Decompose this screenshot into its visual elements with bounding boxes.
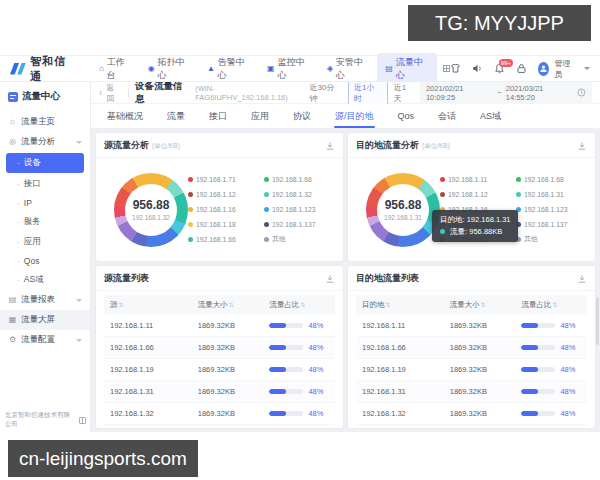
cell-ip: 192.168.1.11	[356, 315, 444, 337]
back-icon[interactable]: ‹	[99, 87, 102, 98]
main-area: ‹ 返回 设备流量信息 (WIN-FAG6IUPHV_192.168.1.16)…	[91, 82, 600, 433]
sort-icon[interactable]: ⇅	[229, 302, 234, 308]
progress-bar	[269, 389, 303, 394]
download-icon[interactable]	[577, 274, 587, 284]
time-option-1day[interactable]: 近1天	[394, 82, 414, 104]
legend-label: 192.168.1.11	[448, 176, 487, 183]
tab-application[interactable]: 应用	[239, 104, 281, 128]
legend-item[interactable]: 192.168.1.137	[516, 217, 592, 232]
time-option-30min[interactable]: 近30分钟	[310, 82, 342, 104]
date-range-picker[interactable]: 2021/02/21 10:09:25 ~ 2021/03/21 14:55:2…	[420, 82, 592, 104]
download-icon[interactable]	[325, 141, 335, 151]
theme-shirt-icon[interactable]	[450, 63, 461, 74]
legend-item[interactable]: 192.168.1.66	[188, 232, 264, 247]
legend-item[interactable]: 192.168.1.31	[516, 187, 592, 202]
apps-grid-icon[interactable]	[443, 65, 450, 72]
legend-item[interactable]: 192.168.1.71	[188, 172, 264, 187]
sort-icon[interactable]: ⇅	[552, 302, 557, 308]
tab-protocol[interactable]: 协议	[281, 104, 323, 128]
sidebar-item-bigscreen[interactable]: ▦ 流量大屏	[0, 310, 90, 330]
download-icon[interactable]	[577, 141, 587, 151]
legend-item[interactable]: 192.168.1.123	[264, 202, 340, 217]
legend-item[interactable]: 192.168.1.123	[516, 202, 592, 217]
legend-item[interactable]: 192.168.1.12	[188, 187, 264, 202]
sidebar-group-config[interactable]: ⚙ 流量配置	[0, 330, 90, 350]
sidebar-label: Qos	[24, 256, 40, 266]
tab-traffic[interactable]: 流量	[155, 104, 197, 128]
company-name: 北京智和信通技术有限公司	[5, 411, 76, 429]
cell-size: 1869.32KB	[444, 337, 516, 359]
progress-fill	[269, 411, 285, 416]
time-option-1hour[interactable]: 近1小时	[348, 82, 388, 107]
legend-dot-icon	[264, 237, 269, 242]
cell-ip: 192.168.1.31	[356, 381, 444, 403]
collapse-sidebar-icon[interactable]	[79, 417, 86, 424]
tab-as-domain[interactable]: AS域	[468, 104, 513, 128]
scrollbar[interactable]	[596, 297, 599, 345]
sidebar-group-report[interactable]: ▤ 流量报表	[0, 290, 90, 310]
user-name[interactable]: 管理员	[555, 58, 573, 80]
bigscreen-icon: ▦	[8, 316, 17, 324]
sort-icon[interactable]: ⇅	[119, 302, 124, 308]
app-logo[interactable]: 智和信通	[10, 54, 75, 84]
dest-donut-chart[interactable]: 956.88 192.168.1.31	[366, 173, 440, 247]
sidebar-item-ip[interactable]: · IP	[0, 194, 90, 212]
nav-item-alarm[interactable]: ▲ 告警中心	[199, 53, 259, 85]
legend-dot-icon	[516, 177, 521, 182]
legend-item[interactable]: 192.168.1.12	[440, 187, 516, 202]
legend-item[interactable]: 192.168.1.11	[440, 172, 516, 187]
progress-bar	[269, 411, 303, 416]
column-header-ratio[interactable]: 流量占比⇅	[263, 295, 335, 315]
sidebar-item-app[interactable]: · 应用	[0, 232, 90, 252]
legend-item[interactable]: 192.168.1.137	[264, 217, 340, 232]
legend-item[interactable]: 192.168.1.16	[188, 202, 264, 217]
tab-src-dst[interactable]: 源/目的地	[323, 104, 386, 128]
sidebar-item-home[interactable]: ⌂ 流量主页	[0, 112, 90, 132]
tab-session[interactable]: 会话	[426, 104, 468, 128]
nav-item-security[interactable]: ◈ 安管中心	[319, 53, 377, 85]
tab-basic[interactable]: 基础概况	[95, 104, 155, 128]
lock-icon[interactable]	[516, 63, 527, 74]
sort-icon[interactable]: ⇅	[386, 302, 391, 308]
sidebar-item-device[interactable]: · 设备	[6, 153, 84, 173]
nav-item-traffic[interactable]: ▤ 流量中心	[377, 53, 437, 85]
progress-bar	[521, 323, 555, 328]
bullet-icon: ·	[17, 158, 20, 168]
legend-item[interactable]: 其他	[516, 232, 592, 247]
legend-item[interactable]: 192.168.1.32	[264, 187, 340, 202]
chevron-down-icon[interactable]	[584, 67, 590, 70]
user-avatar[interactable]	[538, 62, 549, 76]
sidebar-label: 应用	[24, 236, 41, 248]
legend-item[interactable]: 192.168.1.68	[516, 172, 592, 187]
source-donut-chart[interactable]: 956.88 192.168.1.32	[114, 173, 188, 247]
sidebar-item-service[interactable]: · 服务	[0, 212, 90, 232]
legend-dot-icon	[264, 192, 269, 197]
back-button[interactable]: 返回	[106, 82, 122, 104]
column-header-size[interactable]: 流量大小⇅	[444, 295, 516, 315]
sort-icon[interactable]: ⇅	[300, 302, 305, 308]
column-header-ratio[interactable]: 流量占比⇅	[515, 295, 587, 315]
nav-item-workbench[interactable]: ⌂ 工作台	[91, 53, 140, 85]
tab-interface[interactable]: 接口	[197, 104, 239, 128]
sidebar-label: AS域	[24, 274, 44, 286]
sort-icon[interactable]: ⇅	[481, 302, 486, 308]
series-dot-icon	[440, 229, 445, 234]
download-icon[interactable]	[325, 274, 335, 284]
notification-bell-icon[interactable]: 99+	[494, 63, 505, 74]
column-header-source[interactable]: 源⇅	[104, 295, 192, 315]
legend-item[interactable]: 其他	[264, 232, 340, 247]
nav-item-monitor[interactable]: ▣ 监控中心	[259, 53, 319, 85]
legend-item[interactable]: 192.168.1.68	[264, 172, 340, 187]
sound-icon[interactable]	[472, 63, 483, 74]
percent-label: 48%	[560, 365, 575, 374]
tab-qos[interactable]: Qos	[386, 104, 427, 128]
cell-ip: 192.168.1.19	[104, 359, 192, 381]
sidebar-item-interface[interactable]: · 接口	[0, 174, 90, 194]
sidebar-item-as[interactable]: · AS域	[0, 270, 90, 290]
legend-item[interactable]: 192.168.1.18	[188, 217, 264, 232]
sidebar-item-qos[interactable]: · Qos	[0, 252, 90, 270]
nav-item-topology[interactable]: ◉ 拓扑中心	[140, 53, 199, 85]
column-header-dest[interactable]: 目的地⇅	[356, 295, 444, 315]
column-header-size[interactable]: 流量大小⇅	[192, 295, 264, 315]
sidebar-group-analysis[interactable]: ◎ 流量分析	[0, 132, 90, 152]
